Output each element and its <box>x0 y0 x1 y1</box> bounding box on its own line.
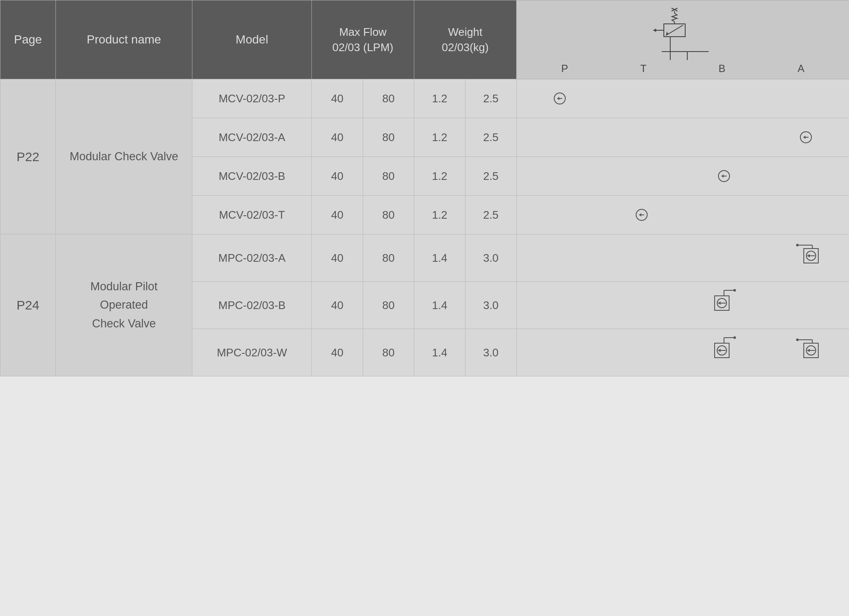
svg-marker-18 <box>803 136 805 139</box>
svg-marker-52 <box>807 349 810 352</box>
header-page: Page <box>0 0 56 79</box>
model-cell: MPC-02/03-B <box>192 282 312 329</box>
weight2-cell: 2.5 <box>465 157 517 196</box>
page-cell: P24 <box>0 234 56 376</box>
weight1-cell: 1.2 <box>414 79 465 118</box>
flow2-cell: 80 <box>363 282 414 329</box>
model-cell: MCV-02/03-B <box>192 157 312 196</box>
header-flow: Max Flow02/03 (LPM) <box>312 0 414 79</box>
flow1-cell: 40 <box>312 196 363 234</box>
diagram-cell <box>517 282 849 329</box>
flow2-cell: 80 <box>363 329 414 376</box>
weight1-cell: 1.2 <box>414 118 465 157</box>
diagram-cell <box>517 118 849 157</box>
header-ptba-labels: P T B A <box>517 61 849 79</box>
svg-marker-38 <box>718 301 721 305</box>
svg-line-5 <box>666 25 683 35</box>
weight2-cell: 3.0 <box>465 282 517 329</box>
header-symbol-svg <box>640 5 726 60</box>
mpc-W-B-symbol <box>711 335 737 370</box>
svg-marker-12 <box>653 29 656 32</box>
diagram-cell <box>517 196 849 234</box>
model-cell: MCV-02/03-P <box>192 79 312 118</box>
weight1-cell: 1.4 <box>414 234 465 282</box>
diagram-cell <box>517 79 849 118</box>
flow1-cell: 40 <box>312 79 363 118</box>
weight2-cell: 2.5 <box>465 79 517 118</box>
header-diagram: P T B A <box>517 0 849 79</box>
svg-marker-15 <box>557 97 559 100</box>
product-name-cell: Modular Check Valve <box>56 79 192 234</box>
flow2-cell: 80 <box>363 196 414 234</box>
weight2-cell: 3.0 <box>465 234 517 282</box>
svg-marker-21 <box>721 174 724 178</box>
diagram-header-wrapper: P T B A <box>517 0 849 79</box>
flow1-cell: 40 <box>312 157 363 196</box>
flow2-cell: 80 <box>363 234 414 282</box>
model-cell: MPC-02/03-A <box>192 234 312 282</box>
diagram-cell <box>517 157 849 196</box>
svg-marker-31 <box>807 254 810 257</box>
weight1-cell: 1.4 <box>414 329 465 376</box>
flow2-cell: 80 <box>363 79 414 118</box>
weight1-cell: 1.4 <box>414 282 465 329</box>
weight2-cell: 2.5 <box>465 196 517 234</box>
model-cell: MCV-02/03-A <box>192 118 312 157</box>
header-product: Product name <box>56 0 192 79</box>
flow1-cell: 40 <box>312 234 363 282</box>
flow1-cell: 40 <box>312 282 363 329</box>
svg-point-34 <box>733 289 736 292</box>
weight2-cell: 3.0 <box>465 329 517 376</box>
svg-marker-45 <box>718 349 721 352</box>
flow2-cell: 80 <box>363 157 414 196</box>
page-cell: P22 <box>0 79 56 234</box>
flow2-cell: 80 <box>363 118 414 157</box>
header-weight: Weight02/03(kg) <box>414 0 517 79</box>
header-model: Model <box>192 0 312 79</box>
check-valve-icon <box>798 129 814 145</box>
svg-point-41 <box>733 336 736 339</box>
check-valve-icon <box>634 207 650 223</box>
check-valve-icon <box>552 90 568 107</box>
svg-marker-24 <box>639 213 641 217</box>
weight1-cell: 1.2 <box>414 196 465 234</box>
diagram-cell <box>517 329 849 376</box>
mpc-A-symbol <box>793 241 819 275</box>
model-cell: MCV-02/03-T <box>192 196 312 234</box>
check-valve-icon <box>716 168 732 184</box>
product-name-cell: Modular Pilot Operated Check Valve <box>56 234 192 376</box>
mpc-B-symbol <box>711 288 737 322</box>
weight1-cell: 1.2 <box>414 157 465 196</box>
weight2-cell: 2.5 <box>465 118 517 157</box>
model-cell: MPC-02/03-W <box>192 329 312 376</box>
diagram-cell <box>517 234 849 282</box>
product-table: Page Product name Model Max Flow02/03 (L… <box>0 0 849 376</box>
flow1-cell: 40 <box>312 329 363 376</box>
flow1-cell: 40 <box>312 118 363 157</box>
mpc-W-A-symbol <box>793 335 819 370</box>
header-valve-symbol <box>517 0 849 61</box>
